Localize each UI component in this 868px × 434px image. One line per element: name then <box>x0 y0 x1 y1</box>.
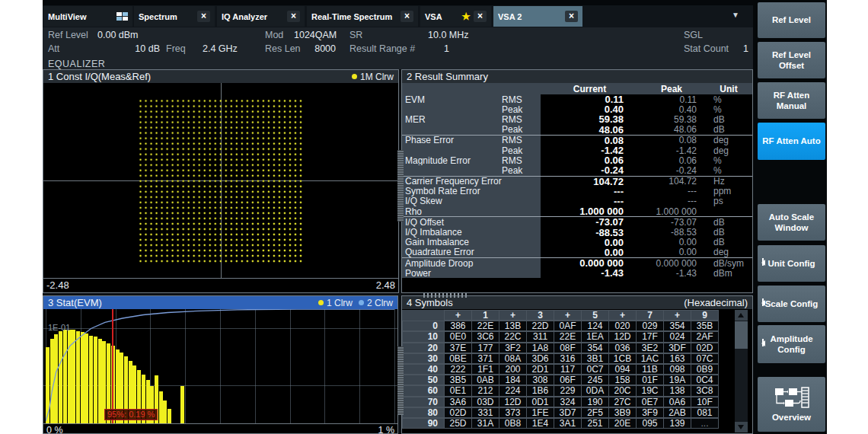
symbol-cell[interactable]: 251 <box>581 418 609 429</box>
symbol-cell[interactable]: 13B <box>499 321 527 331</box>
vertical-splitter-grip[interactable] <box>397 346 404 415</box>
tab-close-icon[interactable]: × <box>565 11 578 22</box>
result-range-value[interactable]: 1 <box>444 43 449 54</box>
symbol-cell[interactable]: 0B9 <box>691 364 719 375</box>
symbol-cell[interactable]: 19C <box>636 385 664 396</box>
symbol-cell[interactable]: 02D <box>691 343 719 353</box>
symbol-cell[interactable]: 036 <box>608 343 637 353</box>
softkey-scale-config[interactable]: Scale Config <box>758 286 825 322</box>
symbol-cell[interactable]: 0C4 <box>691 375 719 385</box>
softkey-ref-level[interactable]: Ref Level <box>758 2 825 38</box>
symbol-cell[interactable]: 3F9 <box>636 407 664 418</box>
symbol-cell[interactable]: 224 <box>499 385 527 396</box>
vertical-splitter-grip[interactable] <box>397 150 404 222</box>
scroll-down-icon[interactable] <box>735 422 748 432</box>
symbol-cell[interactable]: 0AF <box>554 321 582 331</box>
symbol-cell[interactable]: 212 <box>471 385 499 396</box>
symbol-cell[interactable]: 25D <box>444 418 472 429</box>
att-value[interactable]: 10 dB <box>104 43 160 54</box>
constellation-plot[interactable] <box>43 83 398 278</box>
symbol-cell[interactable]: 095 <box>636 418 664 429</box>
symbol-cell[interactable]: 07C <box>691 353 719 364</box>
symbol-cell[interactable]: 3B5 <box>444 375 472 385</box>
freq-value[interactable]: 2.4 GHz <box>203 43 238 54</box>
window-const-iq-titlebar[interactable]: 1 Const I/Q(Meas&Ref) 1M Clrw <box>43 70 398 83</box>
symbol-cell[interactable]: 245 <box>581 375 609 385</box>
symbol-cell[interactable]: 1A8 <box>526 343 554 353</box>
symbol-cell[interactable]: 17F <box>636 331 664 342</box>
symbol-cell[interactable]: 386 <box>444 321 472 331</box>
symbol-cell[interactable]: 12D <box>608 331 637 342</box>
symbol-cell[interactable]: 3B9 <box>608 407 637 418</box>
symbol-cell[interactable]: 3D6 <box>526 353 554 364</box>
symbol-cell[interactable]: 37E <box>444 343 472 353</box>
symbol-cell[interactable]: 124 <box>581 321 609 331</box>
tab-close-icon[interactable]: × <box>474 11 487 22</box>
symbol-cell[interactable]: 354 <box>663 321 691 331</box>
symbol-cell[interactable]: 098 <box>663 364 691 375</box>
symbol-cell[interactable]: 139 <box>663 418 691 429</box>
softkey-amplitude-config[interactable]: Amplitude Config <box>758 325 825 363</box>
symbol-cell[interactable]: 020 <box>608 321 637 331</box>
symbol-cell[interactable]: 2F5 <box>581 407 609 418</box>
symbol-cell[interactable]: 163 <box>663 353 691 364</box>
symbol-cell[interactable]: 1F1 <box>471 364 499 375</box>
symbol-cell[interactable]: 1FE <box>526 407 554 418</box>
symbol-cell[interactable]: 1AC <box>636 353 664 364</box>
symbol-cell[interactable]: 1EA <box>581 331 609 342</box>
symbols-scrollbar[interactable] <box>735 310 748 432</box>
symbol-cell[interactable]: 311 <box>526 331 554 342</box>
tab-iq-analyzer[interactable]: IQ Analyzer× <box>217 6 305 27</box>
symbol-cell[interactable]: 0D1 <box>526 397 554 407</box>
symbol-cell[interactable]: 3D7 <box>554 407 582 418</box>
symbol-cell[interactable]: 3C8 <box>691 385 719 396</box>
symbol-cell[interactable]: 3A1 <box>554 418 582 429</box>
evm-histogram-plot[interactable]: 95%: 0.19 % 1E-01 <box>43 309 397 423</box>
stat-count-value[interactable]: 1 <box>743 43 748 54</box>
tab-vsa[interactable]: VSA★× <box>420 6 491 27</box>
symbol-cell[interactable]: 138 <box>663 385 691 396</box>
symbol-cell[interactable]: 184 <box>499 375 527 385</box>
symbol-cell[interactable]: 0E7 <box>636 397 664 407</box>
symbol-cell[interactable]: 0E0 <box>444 331 472 342</box>
tab-vsa-2[interactable]: VSA 2× <box>493 6 582 27</box>
symbol-cell[interactable]: 1CB <box>608 353 637 364</box>
percentile-marker-line[interactable] <box>112 309 113 423</box>
symbol-cell[interactable]: 02D <box>444 407 472 418</box>
tab-spectrum[interactable]: Spectrum× <box>134 6 215 27</box>
symbol-cell[interactable]: 20C <box>608 385 637 396</box>
tab-close-icon[interactable]: × <box>287 11 300 22</box>
symbol-cell[interactable]: 029 <box>636 321 664 331</box>
symbol-cell[interactable]: 0C7 <box>581 364 609 375</box>
sr-value[interactable]: 10.0 MHz <box>428 30 469 40</box>
horizontal-splitter-grip[interactable] <box>423 293 469 298</box>
window-result-summary-titlebar[interactable]: 2 Result Summary <box>402 70 752 83</box>
symbol-cell[interactable]: 19A <box>663 375 691 385</box>
symbol-cell[interactable]: 11B <box>636 364 664 375</box>
symbol-cell[interactable]: 373 <box>499 407 527 418</box>
symbol-cell[interactable]: 06F <box>554 375 582 385</box>
symbol-cell[interactable]: 158 <box>608 375 637 385</box>
symbol-cell[interactable]: 22E <box>471 321 499 331</box>
symbol-cell[interactable]: 3DF <box>663 343 691 353</box>
symbol-cell[interactable]: 2AB <box>663 407 691 418</box>
symbol-cell[interactable]: ... <box>691 418 719 429</box>
symbol-cell[interactable]: 3F2 <box>499 343 527 353</box>
symbol-cell[interactable]: 1E4 <box>526 418 554 429</box>
window-stat-evm-titlebar[interactable]: 3 Stat(EVM) 1 Clrw 2 Clrw <box>43 296 397 309</box>
symbol-cell[interactable]: 10F <box>691 397 719 407</box>
softkey-overview[interactable]: Overview <box>758 377 825 432</box>
symbol-cell[interactable]: 229 <box>554 385 582 396</box>
symbol-cell[interactable]: 324 <box>554 397 582 407</box>
mod-value[interactable]: 1024QAM <box>294 30 336 40</box>
symbol-cell[interactable]: 117 <box>554 364 582 375</box>
symbol-cell[interactable]: 354 <box>581 343 609 353</box>
symbol-cell[interactable]: 177 <box>471 343 499 353</box>
scroll-up-icon[interactable] <box>735 310 748 321</box>
symbol-cell[interactable]: 35B <box>691 321 719 331</box>
symbol-cell[interactable]: 1B6 <box>526 385 554 396</box>
symbol-cell[interactable]: 12D <box>499 397 527 407</box>
softkey-rf-atten-manual[interactable]: RF Atten Manual <box>758 82 825 119</box>
symbol-cell[interactable]: 03D <box>471 397 499 407</box>
symbol-cell[interactable]: 27C <box>608 397 637 407</box>
